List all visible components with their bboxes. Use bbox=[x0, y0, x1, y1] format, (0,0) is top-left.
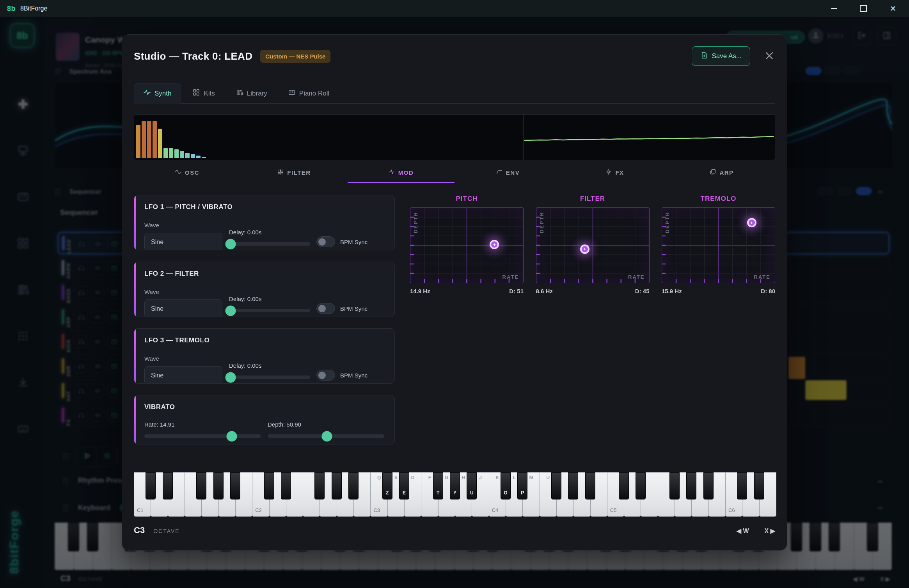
black-key-Gs1[interactable] bbox=[213, 472, 224, 499]
black-key-Cs4[interactable]: O bbox=[501, 472, 511, 499]
close-modal-button[interactable] bbox=[764, 51, 775, 62]
black-key-Ds3[interactable]: E bbox=[399, 472, 409, 499]
pad-surface[interactable]: DEPTHRATE+ bbox=[410, 207, 524, 283]
octave-label: C5 bbox=[610, 507, 617, 513]
black-key-Gs2[interactable] bbox=[332, 472, 342, 499]
wave-select[interactable]: Sine bbox=[144, 366, 222, 384]
spectrum-bar bbox=[163, 148, 168, 158]
tab-piano-roll[interactable]: Piano Roll bbox=[279, 83, 339, 104]
tab-label: Library bbox=[247, 90, 267, 97]
black-key-Cs2[interactable] bbox=[264, 472, 274, 499]
tab-synth[interactable]: Synth bbox=[134, 83, 181, 104]
key-letter: Z bbox=[383, 490, 392, 496]
subtab-env[interactable]: ENV bbox=[454, 169, 561, 183]
subtab-fx[interactable]: FX bbox=[561, 169, 668, 183]
rate-axis-label: RATE bbox=[754, 274, 771, 280]
pad-handle[interactable]: + bbox=[747, 218, 756, 227]
spectrum-bar bbox=[142, 121, 146, 158]
vibrato-rate-slider[interactable] bbox=[144, 434, 261, 438]
black-key-Ds2[interactable] bbox=[281, 472, 291, 499]
close-window-icon[interactable]: ✕ bbox=[889, 4, 897, 13]
black-key-Cs6[interactable] bbox=[737, 472, 747, 499]
black-key-Fs5[interactable] bbox=[669, 472, 680, 499]
black-key-Fs2[interactable] bbox=[314, 472, 325, 499]
black-key-As2[interactable] bbox=[348, 472, 359, 499]
black-key-Fs1[interactable] bbox=[196, 472, 206, 499]
spectrum-bars bbox=[136, 117, 511, 158]
delay-slider-thumb[interactable] bbox=[225, 239, 236, 249]
black-key-Cs3[interactable]: Z bbox=[382, 472, 392, 499]
key-letter: T bbox=[433, 490, 443, 496]
wave-select[interactable]: Sine bbox=[144, 299, 222, 317]
pad-handle[interactable]: + bbox=[490, 240, 499, 249]
spectrum-bar bbox=[147, 121, 151, 158]
bpm-sync-toggle[interactable] bbox=[316, 370, 335, 381]
wave-value: Sine bbox=[151, 239, 163, 246]
black-key-As4[interactable] bbox=[585, 472, 595, 499]
lfo-panels: LFO 1 — PITCH / VIBRATOWaveSineDelay: 0.… bbox=[134, 195, 395, 445]
mod-tab-content: LFO 1 — PITCH / VIBRATOWaveSineDelay: 0.… bbox=[134, 195, 775, 445]
black-key-Ds4[interactable]: P bbox=[517, 472, 527, 499]
black-key-Cs1[interactable] bbox=[146, 472, 156, 499]
octave-down-button[interactable]: ◀ W bbox=[737, 527, 749, 535]
black-key-Fs4[interactable] bbox=[551, 472, 561, 499]
key-letter: E bbox=[399, 490, 409, 496]
subtab-filter[interactable]: FILTER bbox=[241, 169, 348, 183]
black-key-Ds5[interactable] bbox=[636, 472, 646, 499]
spectrum-bar bbox=[158, 129, 162, 158]
synth-visualizer bbox=[134, 114, 775, 160]
subtab-osc[interactable]: OSC bbox=[134, 169, 241, 183]
tab-label: Piano Roll bbox=[299, 90, 330, 97]
delay-field: Delay: 0.00s bbox=[229, 296, 310, 312]
delay-slider[interactable] bbox=[229, 309, 310, 312]
titlebar: 8b 8BitForge ✕ bbox=[0, 0, 909, 17]
vibrato-rate-thumb[interactable] bbox=[227, 431, 237, 441]
maximize-icon[interactable] bbox=[859, 4, 868, 13]
vibrato-depth-slider[interactable] bbox=[268, 434, 384, 438]
delay-slider-thumb[interactable] bbox=[225, 372, 236, 383]
pad-surface[interactable]: DEPTHRATE+ bbox=[662, 207, 775, 283]
vibrato-title: VIBRATO bbox=[144, 403, 384, 411]
delay-slider-thumb[interactable] bbox=[225, 305, 236, 316]
bpm-sync-toggle[interactable] bbox=[316, 236, 335, 247]
panel-accent bbox=[134, 262, 136, 317]
pad-handle[interactable]: + bbox=[580, 244, 589, 254]
minimize-icon[interactable] bbox=[829, 4, 838, 13]
bpm-sync-group: BPM Sync bbox=[316, 370, 368, 381]
subtab-label: MOD bbox=[398, 169, 414, 176]
mod-icon bbox=[389, 169, 395, 176]
modal-keyboard: C1C2QC3SDFGHJKC4LMÙC5C6ZETYUOP bbox=[134, 472, 775, 517]
vibrato-depth-thumb[interactable] bbox=[322, 431, 332, 441]
waveform-line bbox=[524, 136, 774, 141]
tab-kits[interactable]: Kits bbox=[183, 83, 224, 104]
black-key-As1[interactable] bbox=[230, 472, 240, 499]
pad-surface[interactable]: DEPTHRATE+ bbox=[536, 207, 650, 283]
subtab-mod[interactable]: MOD bbox=[348, 169, 454, 183]
delay-field: Delay: 0.00s bbox=[229, 362, 310, 379]
black-key-As3[interactable]: U bbox=[467, 472, 477, 499]
rate-axis-label: RATE bbox=[502, 274, 519, 280]
black-key-Ds6[interactable] bbox=[754, 472, 764, 499]
bpm-sync-toggle[interactable] bbox=[316, 303, 335, 314]
delay-slider[interactable] bbox=[229, 242, 310, 246]
books-icon bbox=[236, 89, 243, 98]
pad-title: FILTER bbox=[536, 195, 650, 203]
subtab-arp[interactable]: ARP bbox=[668, 169, 775, 183]
octave-up-button[interactable]: X ▶ bbox=[765, 527, 775, 535]
black-key-Gs3[interactable]: Y bbox=[450, 472, 460, 499]
depth-axis-label: DEPTH bbox=[539, 211, 545, 233]
wave-select[interactable]: Sine bbox=[144, 233, 222, 250]
spectrum-bar bbox=[180, 151, 184, 158]
black-key-Ds1[interactable] bbox=[163, 472, 173, 499]
tab-library[interactable]: Library bbox=[227, 83, 277, 104]
black-key-As5[interactable] bbox=[703, 472, 714, 499]
filter-icon bbox=[277, 169, 284, 176]
black-key-Gs5[interactable] bbox=[686, 472, 696, 499]
black-key-Gs4[interactable] bbox=[568, 472, 578, 499]
pad-title: TREMOLO bbox=[662, 195, 775, 203]
delay-slider[interactable] bbox=[229, 375, 310, 379]
save-as-button[interactable]: Save As... bbox=[692, 46, 750, 66]
black-key-Fs3[interactable]: T bbox=[433, 472, 443, 499]
black-key-Cs5[interactable] bbox=[619, 472, 629, 499]
fx-icon bbox=[605, 169, 612, 176]
